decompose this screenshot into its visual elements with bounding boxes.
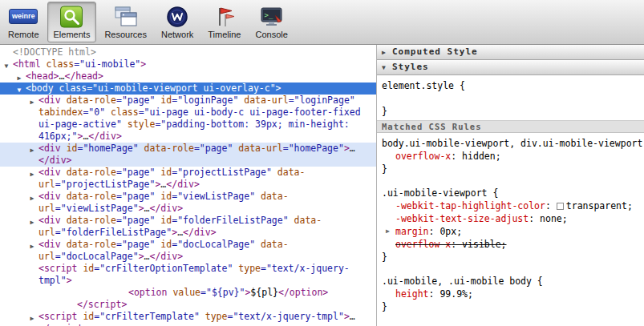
dom-tree-node-body[interactable]: ▼<body class="ui-mobile-viewport ui-over… bbox=[0, 83, 376, 95]
property-value: hidden; bbox=[462, 151, 500, 162]
code-token bbox=[200, 311, 205, 322]
code-token: style bbox=[128, 119, 156, 130]
expand-arrow-icon[interactable]: ▶ bbox=[386, 225, 390, 238]
code-token: ="page" bbox=[116, 191, 155, 202]
code-token bbox=[54, 83, 59, 94]
toolbar-tab-console[interactable]: >_Console bbox=[249, 2, 294, 42]
dom-tree-node-div-homePage[interactable]: ▶<div id="homePage" data-role="page" dat… bbox=[0, 143, 376, 167]
code-token: class bbox=[47, 58, 75, 70]
element-style-selector-line[interactable]: element.style { bbox=[382, 79, 644, 92]
code-token: <script bbox=[38, 263, 77, 274]
element-style-selector[interactable]: element.style bbox=[382, 80, 454, 91]
code-token: <div bbox=[38, 167, 61, 178]
code-token: id bbox=[160, 191, 172, 202]
css-rule: .ui-mobile-viewport {-webkit-tap-highlig… bbox=[382, 187, 644, 264]
code-token: ="docLocalPage" bbox=[55, 251, 139, 262]
tab-label-console: Console bbox=[255, 30, 287, 39]
code-token: ="${pv}" bbox=[200, 287, 245, 298]
css-property-margin[interactable]: ▶margin: 0px; bbox=[382, 225, 644, 238]
code-token: > bbox=[140, 58, 146, 70]
collapsed-arrow-icon[interactable]: ▶ bbox=[382, 46, 389, 60]
code-token: > bbox=[139, 203, 144, 214]
dom-tree-node-div-docLocalPage[interactable]: ▶<div data-role="page" id="docLocalPage"… bbox=[0, 239, 376, 263]
matched-css-rules-bar: Matched CSS Rules bbox=[377, 120, 644, 133]
collapsed-arrow-icon[interactable]: ▶ bbox=[28, 168, 36, 180]
css-rule-selector[interactable]: .ui-mobile-viewport { bbox=[382, 187, 644, 199]
toolbar-tab-network[interactable]: Network bbox=[155, 2, 200, 42]
toolbar-tab-timeline[interactable]: Timeline bbox=[201, 2, 247, 42]
code-token: data-role bbox=[67, 215, 116, 226]
toolbar-tab-resources[interactable]: Resources bbox=[98, 2, 153, 42]
dom-tree-node-div-viewListPage[interactable]: ▶<div data-role="page" id="viewListPage"… bbox=[0, 191, 376, 215]
timeline-icon bbox=[213, 4, 237, 29]
css-property--webkit-tap-highlight-color[interactable]: -webkit-tap-highlight-color: transparent… bbox=[382, 199, 644, 212]
property-name: overflow-x bbox=[395, 239, 451, 250]
code-token: ="page" bbox=[116, 167, 155, 178]
elements-dom-tree-panel[interactable]: <!DOCTYPE html>▼<html class="ui-mobile">… bbox=[0, 45, 377, 326]
property-value: 99.9%; bbox=[439, 288, 473, 300]
code-token: <head> bbox=[26, 70, 59, 82]
code-token bbox=[61, 239, 67, 250]
code-token: ="0" bbox=[83, 107, 105, 118]
toolbar-tab-elements[interactable]: Elements bbox=[47, 2, 97, 42]
code-token: <div bbox=[38, 143, 61, 154]
styles-section-header[interactable]: ▼Styles bbox=[377, 60, 644, 75]
toolbar: weinreRemoteElementsResourcesNetworkTime… bbox=[0, 0, 644, 45]
css-property-overflow-x[interactable]: overflow-x: hidden; bbox=[382, 150, 644, 163]
code-token: id bbox=[160, 215, 172, 226]
element-style-block[interactable]: element.style { } bbox=[377, 75, 644, 120]
collapsed-arrow-icon[interactable]: ▶ bbox=[28, 216, 36, 228]
collapsed-arrow-icon[interactable]: ▶ bbox=[28, 192, 36, 204]
toolbar-tab-remote[interactable]: weinreRemote bbox=[2, 2, 46, 42]
collapsed-arrow-icon[interactable]: ▶ bbox=[28, 312, 36, 324]
dom-tree-node-div-loginPage[interactable]: ▶<div data-role="page" id="loginPage" da… bbox=[0, 95, 376, 143]
code-token bbox=[289, 215, 294, 226]
dom-tree-node-div-folderFileListPage[interactable]: ▶<div data-role="page" id="folderFileLis… bbox=[0, 215, 376, 239]
dom-tree-node-script-crFilterOptionTemplate-open[interactable]: <script id="crFilterOptionTemplate" type… bbox=[0, 263, 376, 287]
code-token: > bbox=[276, 83, 281, 94]
expanded-arrow-icon[interactable]: ▼ bbox=[382, 61, 389, 75]
code-token: <div bbox=[38, 215, 61, 226]
code-token: data-role bbox=[67, 239, 116, 250]
code-token: id bbox=[83, 263, 94, 274]
closing-brace: } bbox=[382, 163, 644, 175]
styles-label: Styles bbox=[392, 62, 429, 72]
code-token bbox=[61, 95, 67, 106]
dom-tree-node-script-close[interactable]: </script> bbox=[0, 299, 376, 311]
css-property-overflow-x[interactable]: overflow-x: visible; bbox=[382, 238, 644, 251]
styles-sidebar: ▶Computed Style ▼Styles element.style { … bbox=[377, 45, 644, 326]
code-token: … bbox=[144, 203, 150, 214]
code-token: … bbox=[144, 251, 150, 262]
code-token: … bbox=[350, 311, 355, 322]
collapsed-arrow-icon[interactable]: ▶ bbox=[28, 96, 36, 108]
code-token: > bbox=[67, 275, 72, 286]
open-brace: { bbox=[454, 80, 465, 91]
css-rule-selector[interactable]: body.ui-mobile-viewport, div.ui-mobile-v… bbox=[382, 137, 644, 150]
code-token: <div bbox=[38, 191, 61, 202]
code-token: ="homePage" bbox=[78, 143, 139, 154]
collapsed-arrow-icon[interactable]: ▶ bbox=[28, 240, 36, 252]
code-token bbox=[139, 143, 144, 154]
code-token: <body bbox=[26, 83, 54, 94]
css-property--webkit-text-size-adjust[interactable]: -webkit-text-size-adjust: none; bbox=[382, 212, 644, 225]
property-name: height bbox=[395, 288, 429, 300]
code-token: > bbox=[344, 143, 350, 154]
code-token: </div> bbox=[88, 131, 122, 142]
dom-tree-node-script-crFilterTemplate[interactable]: ▶<script id="crFilterTemplate" type="tex… bbox=[0, 311, 376, 326]
resources-icon bbox=[114, 4, 138, 29]
code-token: id bbox=[160, 167, 172, 178]
code-token: </option> bbox=[278, 287, 328, 298]
dom-tree-node-option-template[interactable]: <option value="${pv}">${pl}</option> bbox=[0, 287, 376, 299]
dom-tree-node-head[interactable]: ▶<head>…</head> bbox=[0, 70, 376, 83]
css-property-height[interactable]: height: 99.9%; bbox=[382, 288, 644, 300]
collapsed-arrow-icon[interactable]: ▶ bbox=[28, 144, 36, 156]
code-token: value bbox=[172, 287, 200, 298]
code-token: </script> bbox=[77, 299, 127, 310]
dom-tree-node-div-projectListPage[interactable]: ▶<div data-role="page" id="projectListPa… bbox=[0, 167, 376, 191]
dom-tree-node-html[interactable]: ▼<html class="ui-mobile"> bbox=[0, 58, 376, 70]
color-swatch[interactable] bbox=[557, 203, 564, 210]
computed-style-section-header[interactable]: ▶Computed Style bbox=[377, 45, 644, 60]
property-value: 0px; bbox=[439, 226, 462, 237]
css-rule-selector[interactable]: .ui-mobile, .ui-mobile body { bbox=[382, 275, 644, 288]
dom-tree-node-doctype[interactable]: <!DOCTYPE html> bbox=[0, 46, 376, 58]
